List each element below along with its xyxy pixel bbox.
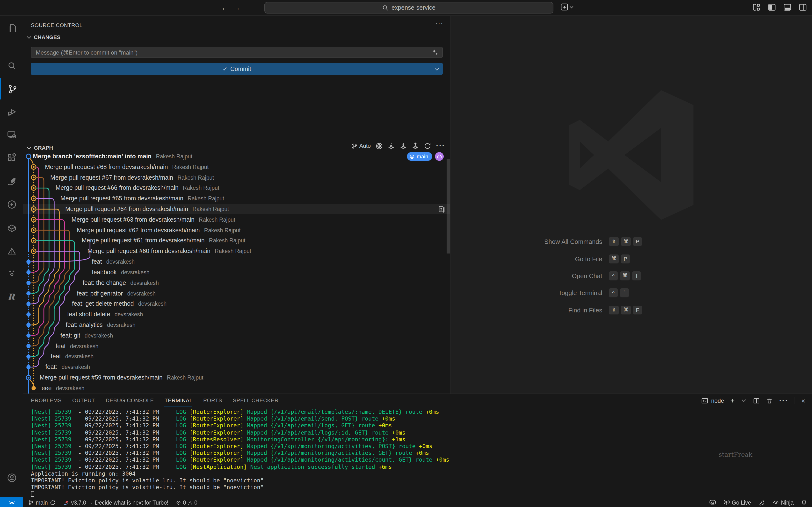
panel-tab-terminal[interactable]: TERMINAL <box>164 394 193 407</box>
commit-author: devsrakesh <box>85 333 113 338</box>
thunder-client-icon[interactable] <box>0 193 23 215</box>
source-control-icon[interactable] <box>0 78 23 100</box>
close-panel-icon[interactable]: × <box>801 397 805 404</box>
graph-row[interactable]: Merge pull request #64 from devsrakesh/m… <box>23 204 451 214</box>
extensions-icon[interactable] <box>0 147 23 168</box>
nav-back-button[interactable]: ← <box>220 3 230 12</box>
container-icon[interactable] <box>0 217 23 238</box>
open-changes-icon[interactable] <box>438 205 445 213</box>
terminal-instance[interactable]: node <box>702 397 724 404</box>
key-cap: F <box>633 306 642 315</box>
commit-author: Rakesh Rajput <box>188 195 224 201</box>
r-logo-icon[interactable]: R <box>0 286 23 307</box>
cloud-badge[interactable] <box>435 152 444 161</box>
search-sidebar-icon[interactable] <box>0 55 23 76</box>
sparkle-ai-icon[interactable] <box>432 49 439 56</box>
pyramid-icon[interactable] <box>0 240 23 262</box>
vscode-window: ← → expense-service R <box>0 0 812 507</box>
commit-message: feat: get delete method <box>72 300 134 307</box>
sidebar-scrollbar[interactable] <box>447 159 450 253</box>
remote-explorer-icon[interactable] <box>0 124 23 145</box>
squirrel-icon[interactable] <box>758 497 765 507</box>
repo-auto-picker[interactable]: Auto <box>352 143 371 149</box>
graph-row[interactable]: feat: the changedevsrakesh <box>23 278 451 288</box>
copilot-icon[interactable] <box>709 497 716 507</box>
toggle-primary-sidebar-icon[interactable] <box>767 3 776 12</box>
panel-tab-ports[interactable]: PORTS <box>203 394 222 407</box>
key-cap: ⌘ <box>621 306 631 315</box>
graph-row[interactable]: Merge pull request #59 from devsrakesh/m… <box>23 372 451 383</box>
graph-row[interactable]: Merge pull request #67 from devsrakesh/m… <box>23 172 451 183</box>
customize-layout-icon[interactable] <box>752 3 761 12</box>
notifications-bell-icon[interactable] <box>801 497 807 507</box>
account-icon[interactable] <box>0 467 23 488</box>
ninja-indicator[interactable]: Ninja <box>772 497 794 507</box>
branch-badge-main[interactable]: main <box>407 152 432 161</box>
command-center-search[interactable]: expense-service <box>264 2 553 13</box>
commit-button[interactable]: ✓ Commit <box>31 63 443 75</box>
pets-face-icon[interactable] <box>0 262 23 283</box>
graph-more-icon[interactable]: ··· <box>436 142 445 150</box>
go-live-button[interactable]: Go Live <box>723 497 751 507</box>
graph-row[interactable]: featdevsrakesh <box>23 257 451 267</box>
toggle-secondary-sidebar-icon[interactable] <box>799 3 807 12</box>
editor-area: Show All Commands⇧⌘PGo to File⌘POpen Cha… <box>451 16 812 394</box>
graph-row[interactable]: feat:devsrakesh <box>23 362 451 373</box>
panel-tab-spell-checker[interactable]: SPELL CHECKER <box>233 394 278 407</box>
commit-dropdown[interactable] <box>430 64 442 73</box>
explorer-icon[interactable] <box>0 17 23 39</box>
commit-message-input[interactable]: Message (⌘Enter to commit on "main") <box>31 47 443 58</box>
push-icon[interactable] <box>412 142 419 150</box>
layout-control-icon[interactable] <box>561 3 574 12</box>
graph-row[interactable]: feat: gitdevsrakesh <box>23 330 451 341</box>
graph-row[interactable]: Merge pull request #61 from devsrakesh/m… <box>23 235 451 246</box>
problems-indicator[interactable]: ⊘ 0 △ 0 <box>176 497 197 507</box>
graph-row[interactable]: feat:bookdevsrakesh <box>23 267 451 278</box>
target-icon[interactable] <box>375 142 383 150</box>
graph-row[interactable]: Merge pull request #62 from devsrakesh/m… <box>23 225 451 235</box>
nav-forward-button[interactable]: → <box>232 3 242 12</box>
refresh-icon[interactable] <box>424 142 431 150</box>
graph-row[interactable]: Merge pull request #66 from devsrakesh/m… <box>23 183 451 193</box>
commit-message: feat <box>92 258 102 265</box>
shortcut-keys: ⇧⌘F <box>609 306 692 315</box>
commit-message: feat: analytics <box>66 322 103 328</box>
turbo-message[interactable]: v3.7.0 → Decide what is next for Turbo! <box>63 497 168 507</box>
graph-row[interactable]: feat: pdf genratordevsrakesh <box>23 288 451 299</box>
panel-tab-problems[interactable]: PROBLEMS <box>31 394 62 407</box>
split-terminal-icon[interactable] <box>753 397 760 404</box>
shortcut-label: Find in Files <box>451 306 609 314</box>
graph-section-header[interactable]: GRAPH <box>26 145 53 151</box>
graph-row[interactable]: featdevsrakesh <box>23 351 451 362</box>
graph-row[interactable]: Merge pull request #63 from devsrakesh/m… <box>23 214 451 225</box>
fetch-icon[interactable] <box>388 142 395 150</box>
panel-tab-debug-console[interactable]: DEBUG CONSOLE <box>106 394 154 407</box>
commit-author: devsrakesh <box>106 259 135 265</box>
branch-indicator[interactable]: main <box>28 497 56 507</box>
terminal-dropdown-icon[interactable] <box>742 398 746 402</box>
graph-row[interactable]: Merge pull request #60 from devsrakesh/m… <box>23 246 451 257</box>
remote-indicator[interactable]: >< <box>0 497 23 507</box>
kill-terminal-icon[interactable] <box>766 397 773 404</box>
commit-message: feat:book <box>92 269 117 276</box>
graph-row[interactable]: Merge branch 'ezsofttech:main' into main… <box>23 151 451 162</box>
panel-tab-output[interactable]: OUTPUT <box>72 394 95 407</box>
graph-row[interactable]: feat: analyticsdevsrakesh <box>23 320 451 330</box>
terminal-output[interactable]: [Nest] 25739 - 09/22/2025, 7:41:32 PM LO… <box>31 408 807 497</box>
panel-more-icon[interactable]: ··· <box>779 396 788 405</box>
rocket-extension-icon[interactable] <box>0 170 23 192</box>
run-debug-icon[interactable] <box>0 101 23 122</box>
sidebar-more-actions[interactable]: ··· <box>436 20 443 27</box>
graph-row[interactable]: feat: get delete methoddevsrakesh <box>23 299 451 309</box>
graph-row[interactable]: featdevsrakesh <box>23 341 451 351</box>
graph-row[interactable]: eeedevsrakesh <box>23 383 451 394</box>
commit-author: devsrakesh <box>138 301 167 307</box>
graph-row[interactable]: Merge pull request #65 from devsrakesh/m… <box>23 193 451 204</box>
graph-row[interactable]: Merge pull request #68 from devsrakesh/m… <box>23 162 451 172</box>
pull-icon[interactable] <box>400 142 407 150</box>
changes-section-header[interactable]: CHANGES <box>26 34 60 40</box>
graph-row[interactable]: feat shoft deletedevsrakesh <box>23 309 451 320</box>
commit-message: eee <box>42 385 52 392</box>
toggle-panel-icon[interactable] <box>783 3 792 12</box>
new-terminal-icon[interactable]: + <box>730 396 735 405</box>
